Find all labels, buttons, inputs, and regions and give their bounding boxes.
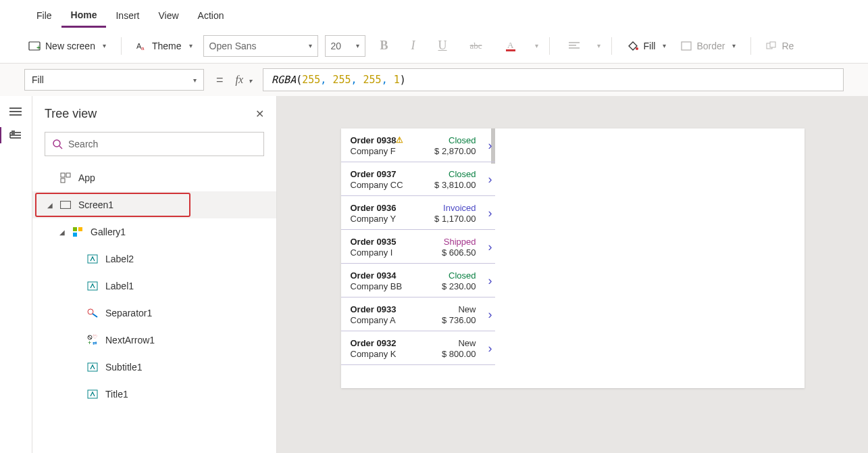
order-number: Order 0935 (351, 237, 442, 247)
order-number: Order 0933 (351, 304, 442, 314)
amount-label: $ 230.00 (442, 281, 476, 291)
icon-group-icon: ♡+⇄ (86, 334, 99, 346)
gallery-control[interactable]: Order 0938⚠ClosedCompany F$ 2,870.00›Ord… (341, 128, 495, 388)
menu-file[interactable]: File (27, 6, 61, 26)
tree-node-app[interactable]: App (32, 164, 276, 191)
chevron-down-icon[interactable]: ▾ (535, 42, 538, 49)
label-icon (86, 253, 99, 265)
menu-action[interactable]: Action (188, 6, 234, 26)
fill-button[interactable]: Fill ▾ (623, 38, 671, 54)
gallery-row[interactable]: Order 0935ShippedCompany I$ 606.50› (341, 230, 495, 264)
workspace: Tree view ✕ Search App ◢ Screen1 ··· (0, 96, 868, 453)
gallery-icon (72, 226, 84, 238)
svg-rect-22 (73, 227, 77, 231)
fill-label: Fill (644, 41, 656, 51)
svg-point-27 (88, 309, 93, 314)
theme-button[interactable]: Aa Theme ▾ (132, 38, 197, 54)
formula-input[interactable]: RGBA(255, 255, 255, 1) (263, 68, 844, 91)
amount-label: $ 736.00 (442, 315, 476, 325)
company-label: Company CC (351, 180, 435, 190)
order-number: Order 0932 (351, 338, 442, 348)
status-label: Closed (434, 169, 476, 179)
italic-button[interactable]: I (403, 39, 424, 53)
font-size-select[interactable]: 20 ▾ (325, 35, 365, 57)
status-label: Closed (434, 135, 476, 145)
tree-label: Label1 (105, 281, 134, 291)
tree-node-screen1[interactable]: ◢ Screen1 ··· (32, 191, 276, 218)
strikethrough-button[interactable]: abc (462, 41, 490, 51)
svg-rect-24 (73, 233, 77, 237)
amount-label: $ 606.50 (442, 247, 476, 258)
label-icon (86, 361, 99, 373)
border-button[interactable]: Border ▾ (677, 38, 740, 54)
canvas[interactable]: Order 0938⚠ClosedCompany F$ 2,870.00›Ord… (277, 96, 868, 453)
svg-rect-20 (61, 178, 65, 183)
underline-button[interactable]: U (430, 39, 455, 53)
svg-rect-5 (506, 49, 515, 51)
chevron-down-icon: ▾ (309, 42, 312, 49)
hamburger-icon[interactable] (9, 107, 23, 118)
divider (549, 37, 550, 55)
tree-node-label2[interactable]: Label2 (32, 245, 276, 272)
menu-view[interactable]: View (149, 6, 188, 26)
border-label: Border (696, 41, 725, 51)
tree-label: Gallery1 (91, 226, 126, 237)
fx-label[interactable]: fx ▾ (236, 74, 255, 86)
new-screen-button[interactable]: + New screen ▾ (24, 38, 110, 54)
gallery-row[interactable]: Order 0936InvoicedCompany Y$ 1,170.00› (341, 196, 495, 230)
chevron-down-icon: ▾ (103, 42, 106, 49)
theme-label: Theme (152, 41, 182, 51)
tree-node-title1[interactable]: Title1 (32, 381, 276, 408)
chevron-right-icon[interactable]: › (488, 172, 492, 186)
tree-node-label1[interactable]: Label1 (32, 272, 276, 300)
svg-text:+: + (36, 44, 41, 51)
reorder-button[interactable]: Re (762, 38, 798, 54)
border-icon (681, 41, 692, 51)
gallery-row[interactable]: Order 0932NewCompany K$ 800.00› (341, 331, 495, 365)
gallery-row[interactable]: Order 0933NewCompany A$ 736.00› (341, 297, 495, 331)
amount-label: $ 800.00 (442, 349, 476, 359)
tree-node-separator1[interactable]: Separator1 (32, 300, 276, 327)
chevron-down-icon[interactable]: ▾ (597, 42, 601, 49)
property-value: Fill (32, 74, 44, 85)
chevron-right-icon[interactable]: › (488, 273, 492, 287)
collapse-icon[interactable]: ◢ (47, 201, 57, 209)
tree-node-subtitle1[interactable]: Subtitle1 (32, 354, 276, 381)
collapse-icon[interactable]: ◢ (59, 229, 69, 236)
divider (611, 37, 612, 55)
menu-insert[interactable]: Insert (106, 6, 149, 26)
order-number: Order 0937 (351, 169, 435, 179)
bold-button[interactable]: B (372, 39, 397, 53)
gallery-row[interactable]: Order 0937ClosedCompany CC$ 3,810.00› (341, 162, 495, 196)
gallery-row[interactable]: Order 0938⚠ClosedCompany F$ 2,870.00› (341, 128, 495, 162)
screen-icon (59, 199, 72, 211)
status-label: New (442, 338, 476, 348)
tree-label: Separator1 (105, 308, 152, 318)
gallery-row[interactable]: Order 0934ClosedCompany BB$ 230.00› (341, 264, 495, 297)
chevron-right-icon[interactable]: › (488, 206, 492, 220)
search-icon (52, 139, 63, 149)
svg-text:⇄: ⇄ (93, 340, 97, 345)
font-color-button[interactable]: A (497, 40, 526, 52)
svg-rect-10 (682, 42, 691, 50)
tree-node-nextarrow1[interactable]: ♡+⇄ NextArrow1 (32, 327, 276, 354)
property-select[interactable]: Fill ▾ (24, 69, 204, 91)
tree-label: Subtitle1 (105, 362, 142, 373)
svg-rect-21 (61, 201, 71, 209)
close-icon[interactable]: ✕ (255, 108, 264, 120)
screen-preview[interactable]: Order 0938⚠ClosedCompany F$ 2,870.00›Ord… (341, 128, 805, 388)
label-icon (86, 388, 99, 400)
chevron-right-icon[interactable]: › (488, 307, 492, 321)
tree-node-gallery1[interactable]: ◢ Gallery1 (32, 218, 276, 245)
chevron-down-icon: ▾ (732, 42, 736, 49)
chevron-right-icon[interactable]: › (488, 239, 492, 254)
search-input[interactable]: Search (45, 132, 264, 156)
font-family-select[interactable]: Open Sans ▾ (203, 35, 318, 57)
align-button[interactable] (561, 41, 588, 51)
chevron-right-icon[interactable]: › (488, 138, 492, 152)
order-number: Order 0934 (351, 270, 442, 281)
chevron-right-icon[interactable]: › (488, 341, 492, 355)
amount-label: $ 2,870.00 (434, 146, 476, 156)
tree-view-icon[interactable] (9, 130, 23, 141)
menu-home[interactable]: Home (61, 5, 107, 28)
